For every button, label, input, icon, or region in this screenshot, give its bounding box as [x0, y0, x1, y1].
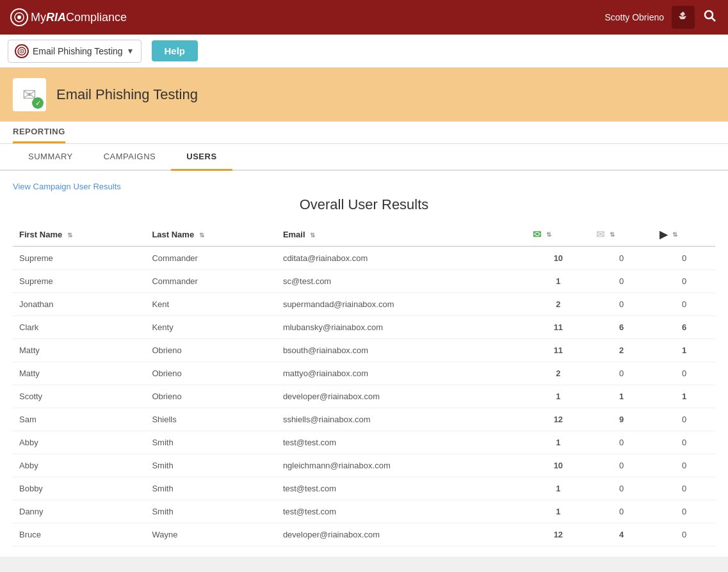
table-row[interactable]: Bobby Smith test@test.com 1 0 0 — [13, 477, 715, 500]
table-row[interactable]: Danny Smith test@test.com 1 0 0 — [13, 500, 715, 523]
cell-first-name: Clark — [13, 316, 145, 339]
section-title: Overall User Results — [13, 196, 715, 213]
cell-opened: 9 — [590, 408, 653, 431]
cell-first-name: Matty — [13, 362, 145, 385]
cell-clicked: 0 — [653, 362, 715, 385]
sort-icon: ⇅ — [310, 232, 315, 239]
table-row[interactable]: Matty Obrieno mattyo@riainabox.com 2 0 0 — [13, 362, 715, 385]
cell-sent: 1 — [526, 477, 590, 500]
th-clicked[interactable]: ▶ ⇅ — [653, 223, 715, 246]
search-button[interactable] — [702, 8, 718, 27]
cell-last-name: Wayne — [145, 523, 276, 546]
cell-email: ngleichmann@riainabox.com — [277, 454, 527, 477]
cell-clicked: 0 — [653, 246, 715, 270]
cell-opened: 2 — [590, 339, 653, 362]
cell-opened: 0 — [590, 293, 653, 316]
cell-email: mattyo@riainabox.com — [277, 362, 527, 385]
cell-first-name: Sam — [13, 408, 145, 431]
opened-envelope-icon: ✉ — [596, 228, 604, 241]
table-row[interactable]: Abby Smith test@test.com 1 0 0 — [13, 431, 715, 454]
cell-sent: 11 — [526, 339, 590, 362]
cell-sent: 1 — [526, 500, 590, 523]
cell-last-name: Obrieno — [145, 339, 276, 362]
svg-point-7 — [21, 51, 22, 52]
sub-navigation: Email Phishing Testing ▼ Help — [0, 35, 728, 68]
reporting-label: REPORTING — [13, 122, 65, 143]
cell-opened: 6 — [590, 316, 653, 339]
cell-clicked: 0 — [653, 293, 715, 316]
th-sent[interactable]: ✉ ⇅ — [526, 223, 590, 246]
cell-clicked: 0 — [653, 431, 715, 454]
cell-first-name: Bruce — [13, 523, 145, 546]
cell-clicked: 0 — [653, 477, 715, 500]
sort-icon: ⇅ — [610, 231, 615, 238]
users-table: First Name ⇅ Last Name ⇅ Email ⇅ ✉ ⇅ ✉ — [13, 223, 715, 546]
svg-point-2 — [17, 15, 21, 19]
cell-clicked: 0 — [653, 408, 715, 431]
logo-text: MyRIACompliance — [31, 11, 127, 24]
tab-campaigns[interactable]: CAMPAIGNS — [88, 144, 172, 171]
cell-email: supermandad@riainabox.com — [277, 293, 527, 316]
table-row[interactable]: Bruce Wayne developer@riainabox.com 12 4… — [13, 523, 715, 546]
cell-sent: 11 — [526, 316, 590, 339]
table-row[interactable]: Jonathan Kent supermandad@riainabox.com … — [13, 293, 715, 316]
help-button[interactable]: Help — [152, 40, 198, 61]
th-last-name[interactable]: Last Name ⇅ — [145, 223, 276, 246]
cell-email: developer@riainabox.com — [277, 523, 527, 546]
cell-opened: 0 — [590, 431, 653, 454]
th-first-name[interactable]: First Name ⇅ — [13, 223, 145, 246]
cursor-icon: ▶ — [659, 228, 667, 241]
cell-last-name: Kent — [145, 293, 276, 316]
table-row[interactable]: Abby Smith ngleichmann@riainabox.com 10 … — [13, 454, 715, 477]
main-content: View Campaign User Results Overall User … — [0, 171, 728, 557]
tab-summary[interactable]: SUMMARY — [13, 144, 88, 171]
table-row[interactable]: Supreme Commander cditata@riainabox.com … — [13, 246, 715, 270]
module-selector[interactable]: Email Phishing Testing ▼ — [8, 40, 142, 63]
th-opened[interactable]: ✉ ⇅ — [590, 223, 653, 246]
cell-email: test@test.com — [277, 500, 527, 523]
cell-last-name: Obrieno — [145, 385, 276, 408]
sent-envelope-icon: ✉ — [533, 228, 541, 241]
cell-last-name: Smith — [145, 477, 276, 500]
cell-first-name: Matty — [13, 339, 145, 362]
cell-sent: 2 — [526, 362, 590, 385]
avatar-icon — [676, 10, 690, 24]
cell-last-name: Kenty — [145, 316, 276, 339]
view-campaign-link[interactable]: View Campaign User Results — [13, 182, 121, 191]
cell-email: developer@riainabox.com — [277, 385, 527, 408]
page-title: Email Phishing Testing — [56, 86, 198, 103]
cell-clicked: 0 — [653, 500, 715, 523]
cell-last-name: Smith — [145, 454, 276, 477]
cell-opened: 0 — [590, 500, 653, 523]
cell-sent: 12 — [526, 408, 590, 431]
cell-clicked: 1 — [653, 339, 715, 362]
cell-clicked: 1 — [653, 385, 715, 408]
cell-first-name: Abby — [13, 454, 145, 477]
th-email[interactable]: Email ⇅ — [277, 223, 527, 246]
table-row[interactable]: Supreme Commander sc@test.com 1 0 0 — [13, 270, 715, 293]
cell-opened: 0 — [590, 246, 653, 270]
logo-icon — [10, 8, 28, 26]
cell-first-name: Supreme — [13, 246, 145, 270]
svg-line-4 — [712, 17, 716, 21]
tab-bar: SUMMARY CAMPAIGNS USERS — [0, 144, 728, 171]
table-row[interactable]: Scotty Obrieno developer@riainabox.com 1… — [13, 385, 715, 408]
table-row[interactable]: Sam Shiells sshiells@riainabox.com 12 9 … — [13, 408, 715, 431]
table-header-row: First Name ⇅ Last Name ⇅ Email ⇅ ✉ ⇅ ✉ — [13, 223, 715, 246]
cell-email: sc@test.com — [277, 270, 527, 293]
cell-sent: 1 — [526, 431, 590, 454]
table-row[interactable]: Clark Kenty mlubansky@riainabox.com 11 6… — [13, 316, 715, 339]
cell-email: bsouth@riainabox.com — [277, 339, 527, 362]
user-avatar[interactable] — [672, 6, 695, 29]
top-navigation: MyRIACompliance Scotty Obrieno — [0, 0, 728, 35]
tab-users[interactable]: USERS — [171, 144, 232, 171]
cell-email: cditata@riainabox.com — [277, 246, 527, 270]
table-row[interactable]: Matty Obrieno bsouth@riainabox.com 11 2 … — [13, 339, 715, 362]
sort-icon: ⇅ — [199, 232, 204, 239]
cell-last-name: Commander — [145, 246, 276, 270]
cell-email: test@test.com — [277, 477, 527, 500]
svg-point-3 — [705, 11, 713, 19]
cell-sent: 2 — [526, 293, 590, 316]
app-logo: MyRIACompliance — [10, 8, 127, 26]
module-icon — [15, 44, 29, 58]
